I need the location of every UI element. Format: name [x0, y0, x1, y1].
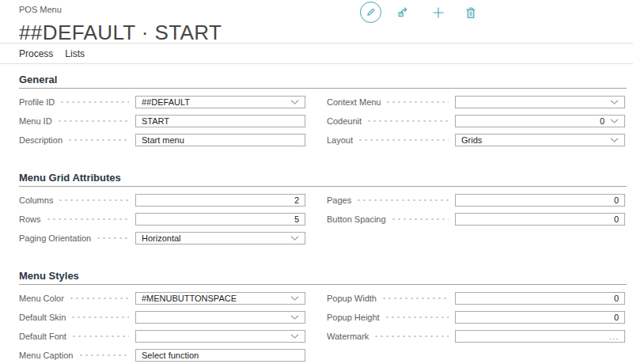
chevron-down-icon[interactable]: [610, 100, 619, 104]
field-label-text: Default Font: [19, 332, 66, 341]
menu-id-input[interactable]: START: [135, 115, 305, 127]
field-value: 0: [461, 116, 605, 126]
pages-input[interactable]: 0: [455, 194, 625, 207]
field-label-text: Menu Color: [19, 294, 64, 303]
context-menu-input[interactable]: [455, 96, 625, 108]
field-label: Menu Color: [19, 292, 135, 305]
dotted-leader: [78, 349, 130, 362]
chevron-down-icon[interactable]: [290, 100, 299, 104]
field-menu-id: Menu IDSTART: [19, 115, 305, 127]
trash-icon: [465, 6, 476, 19]
field-value: Horizontal: [142, 233, 285, 243]
field-label: Default Skin: [19, 311, 135, 324]
columns-input[interactable]: 2: [135, 194, 305, 207]
fields-column-right: Pages0Button Spacing0: [327, 194, 625, 226]
field-paging-orientation: Paging OrientationHorizontal: [19, 232, 305, 245]
field-label-text: Button Spacing: [327, 214, 386, 224]
field-label: Layout: [327, 134, 455, 146]
fields-column-left: Columns2Rows5Paging OrientationHorizonta…: [19, 194, 305, 245]
page-content: GeneralProfile ID##DEFAULTMenu IDSTARTDe…: [0, 64, 633, 362]
dotted-leader: [356, 194, 449, 207]
field-label: Context Menu: [327, 96, 455, 108]
field-label-text: Default Skin: [19, 313, 66, 322]
dotted-leader: [96, 232, 129, 245]
field-value: Start menu: [142, 135, 299, 145]
assist-edit-button[interactable]: ...: [609, 333, 619, 339]
field-value: Grids: [461, 135, 605, 145]
button-spacing-input[interactable]: 0: [455, 213, 625, 226]
profile-id-input[interactable]: ##DEFAULT: [135, 96, 305, 108]
section-general: GeneralProfile ID##DEFAULTMenu IDSTARTDe…: [0, 74, 633, 146]
dotted-leader: [366, 115, 449, 127]
field-label: Popup Height: [327, 311, 455, 324]
layout-input[interactable]: Grids: [455, 134, 625, 146]
share-button[interactable]: [396, 6, 410, 19]
field-label-text: Profile ID: [19, 97, 55, 107]
chevron-down-icon[interactable]: [290, 296, 299, 301]
field-label: Default Font: [19, 330, 135, 343]
dotted-leader: [391, 213, 449, 226]
delete-button[interactable]: [465, 6, 476, 19]
field-label: Description: [19, 134, 135, 146]
chevron-down-icon[interactable]: [290, 334, 299, 339]
menu-item-process[interactable]: Process: [19, 48, 53, 59]
field-menu-caption: Menu CaptionSelect function: [19, 349, 305, 362]
field-value: ##DEFAULT: [142, 97, 285, 107]
field-layout: LayoutGrids: [327, 134, 625, 146]
field-value: 5: [142, 214, 299, 224]
menu-caption-input[interactable]: Select function: [135, 349, 305, 362]
new-button[interactable]: [432, 6, 445, 19]
menu-color-input[interactable]: #MENUBUTTONSPACE: [135, 292, 305, 305]
field-default-skin: Default Skin: [19, 311, 305, 324]
field-label-text: Codeunit: [327, 116, 362, 126]
action-bar: [360, 2, 476, 23]
description-input[interactable]: Start menu: [135, 134, 305, 146]
field-profile-id: Profile ID##DEFAULT: [19, 96, 305, 108]
field-label-text: Rows: [19, 214, 41, 224]
menubar: Process Lists: [0, 43, 633, 64]
codeunit-input[interactable]: 0: [455, 115, 625, 127]
dotted-leader: [58, 194, 129, 207]
chevron-down-icon[interactable]: [290, 315, 299, 320]
field-value: 0: [461, 313, 619, 322]
chevron-down-icon[interactable]: [610, 119, 619, 123]
field-label-text: Menu Caption: [19, 351, 74, 360]
dotted-leader: [381, 292, 449, 305]
field-value: Select function: [142, 351, 299, 360]
field-value: 0: [461, 294, 619, 303]
field-label-text: Layout: [327, 135, 353, 145]
field-popup-height: Popup Height0: [327, 311, 625, 324]
paging-orientation-input[interactable]: Horizontal: [135, 232, 305, 245]
dotted-leader: [57, 115, 129, 127]
chevron-down-icon[interactable]: [290, 236, 299, 241]
watermark-input[interactable]: ...: [455, 330, 625, 343]
dotted-leader: [67, 134, 129, 146]
pencil-icon: [366, 7, 376, 17]
popup-width-input[interactable]: 0: [455, 292, 625, 305]
fields-column-left: Profile ID##DEFAULTMenu IDSTARTDescripti…: [19, 96, 305, 146]
field-label: Paging Orientation: [19, 232, 135, 245]
rows-input[interactable]: 5: [135, 213, 305, 226]
plus-icon: [432, 6, 445, 19]
field-label-text: Popup Width: [327, 294, 377, 303]
dotted-leader: [385, 311, 449, 324]
field-value: 0: [461, 195, 619, 205]
field-label: Popup Width: [327, 292, 455, 305]
field-label: Button Spacing: [327, 213, 455, 226]
page-title: ##DEFAULT · START: [19, 22, 633, 43]
menu-item-lists[interactable]: Lists: [65, 48, 85, 59]
field-label-text: Menu ID: [19, 116, 52, 126]
popup-height-input[interactable]: 0: [455, 311, 625, 324]
field-menu-color: Menu Color#MENUBUTTONSPACE: [19, 292, 305, 305]
field-popup-width: Popup Width0: [327, 292, 625, 305]
field-button-spacing: Button Spacing0: [327, 213, 625, 226]
default-font-input[interactable]: [135, 330, 305, 343]
field-label-text: Paging Orientation: [19, 233, 91, 243]
field-columns: Columns2: [19, 194, 305, 207]
section-menu-grid-attributes: Menu Grid AttributesColumns2Rows5Paging …: [0, 173, 633, 245]
field-label: Rows: [19, 213, 135, 226]
default-skin-input[interactable]: [135, 311, 305, 324]
edit-button[interactable]: [360, 2, 381, 23]
chevron-down-icon[interactable]: [610, 138, 619, 142]
field-label: Codeunit: [327, 115, 455, 127]
